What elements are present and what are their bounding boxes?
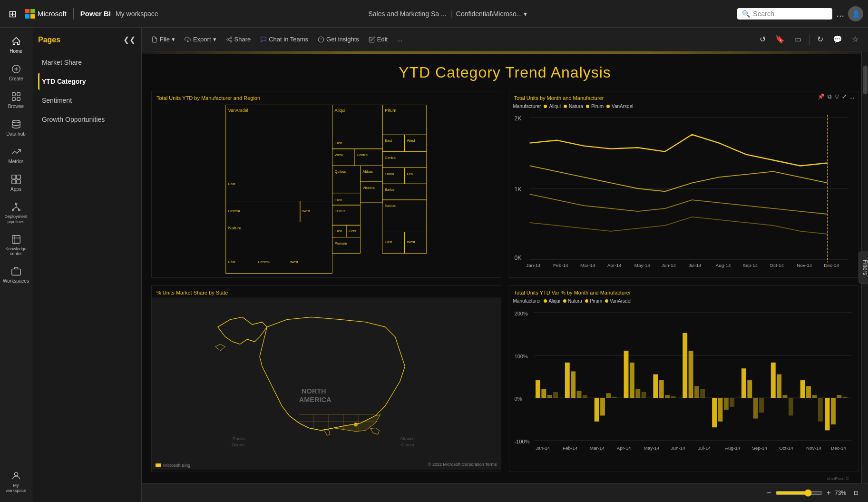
format-button[interactable]: ▭ bbox=[790, 32, 805, 47]
svg-rect-3 bbox=[12, 93, 15, 96]
chart-pin-icon[interactable]: 📌 bbox=[818, 93, 825, 100]
svg-rect-69 bbox=[382, 135, 404, 151]
sidebar-item-workspaces[interactable]: Workspaces bbox=[2, 262, 30, 288]
svg-point-25 bbox=[226, 39, 228, 40]
svg-text:Jun-14: Jun-14 bbox=[671, 445, 685, 451]
svg-rect-9 bbox=[16, 175, 20, 179]
svg-point-13 bbox=[12, 209, 14, 211]
svg-rect-170 bbox=[837, 395, 841, 398]
chart-expand-icon[interactable]: ⤢ bbox=[842, 93, 847, 100]
undo-button[interactable]: ↺ bbox=[756, 32, 770, 47]
sidebar-item-pipelines[interactable]: Deployment pipelines bbox=[2, 198, 30, 228]
scrollbar-thumb[interactable] bbox=[863, 66, 868, 94]
barchart-legend-header: Manufacturer bbox=[513, 298, 541, 304]
svg-rect-57 bbox=[332, 205, 360, 225]
svg-text:Aug-14: Aug-14 bbox=[715, 263, 731, 268]
search-input[interactable] bbox=[753, 10, 824, 18]
svg-text:Aliqui: Aliqui bbox=[334, 108, 345, 113]
linechart-title: Total Units by Month and Manufacturer bbox=[509, 91, 858, 103]
svg-text:Pomum: Pomum bbox=[334, 241, 347, 246]
file-button[interactable]: File ▾ bbox=[147, 33, 179, 46]
comment-button[interactable]: 💬 bbox=[829, 32, 846, 47]
chart-filter-icon[interactable]: ▽ bbox=[835, 93, 839, 100]
sidebar-item-metrics[interactable]: Metrics bbox=[2, 143, 30, 168]
barchart-panel[interactable]: Total Units YTD Var % by Month and Manuf… bbox=[509, 285, 859, 472]
report-area: File ▾ Export ▾ Share Chat in Teams Get … bbox=[142, 28, 868, 502]
waffle-menu-icon[interactable]: ⊞ bbox=[5, 8, 20, 20]
svg-text:Central: Central bbox=[385, 156, 397, 160]
chat-in-teams-button[interactable]: Chat in Teams bbox=[256, 33, 312, 46]
export-button[interactable]: Export ▾ bbox=[181, 33, 220, 46]
zoom-in-button[interactable]: + bbox=[827, 489, 831, 497]
page-item-sentiment[interactable]: Sentiment bbox=[38, 92, 136, 109]
svg-rect-166 bbox=[812, 395, 817, 398]
svg-rect-152 bbox=[712, 398, 717, 427]
filters-tab[interactable]: Filters bbox=[859, 251, 868, 283]
page-item-ytdcategory[interactable]: YTD Category bbox=[38, 73, 136, 90]
svg-text:2K: 2K bbox=[514, 115, 521, 122]
svg-point-24 bbox=[230, 37, 232, 39]
svg-text:Victoria: Victoria bbox=[363, 186, 375, 190]
linechart-svg: 2K 1K 0K bbox=[513, 109, 855, 268]
sidebar-item-datahub[interactable]: Data hub bbox=[2, 115, 30, 141]
page-item-growthopps[interactable]: Growth Opportunities bbox=[38, 111, 136, 128]
zoom-slider[interactable] bbox=[775, 489, 823, 497]
svg-text:0K: 0K bbox=[514, 255, 521, 261]
svg-rect-18 bbox=[12, 235, 20, 243]
svg-text:Oct-14: Oct-14 bbox=[770, 263, 784, 268]
get-insights-button[interactable]: Get insights bbox=[314, 33, 363, 46]
sidebar-item-browse[interactable]: Browse bbox=[2, 88, 30, 113]
fit-to-screen-button[interactable]: ⊡ bbox=[854, 490, 858, 496]
chart-copy-icon[interactable]: ⧉ bbox=[828, 93, 832, 100]
bookmark-button[interactable]: 🔖 bbox=[771, 32, 789, 47]
sidebar-item-create[interactable]: Create bbox=[2, 60, 30, 86]
share-button[interactable]: Share bbox=[222, 33, 255, 46]
treemap-title: Total Units YTD by Manufacturer and Regi… bbox=[152, 91, 501, 103]
svg-text:East: East bbox=[334, 229, 342, 233]
svg-line-27 bbox=[228, 39, 230, 40]
zoom-out-button[interactable]: − bbox=[767, 489, 771, 497]
refresh-button[interactable]: ↻ bbox=[813, 32, 827, 47]
svg-text:East: East bbox=[385, 138, 392, 143]
page-item-marketshare[interactable]: Market Share bbox=[38, 54, 136, 71]
svg-rect-162 bbox=[782, 395, 787, 398]
treemap-panel[interactable]: Total Units YTD by Manufacturer and Regi… bbox=[151, 91, 501, 278]
sensitivity-label[interactable]: Confidential\Microso... ▾ bbox=[456, 10, 527, 18]
svg-text:West: West bbox=[407, 240, 415, 244]
bar-legend-aliqui: Aliqui bbox=[544, 298, 560, 304]
chart-more-icon[interactable]: ... bbox=[849, 93, 854, 100]
svg-text:Oct-14: Oct-14 bbox=[779, 445, 793, 451]
svg-rect-32 bbox=[226, 105, 332, 201]
barchart-title: Total Units YTD Var % by Month and Manuf… bbox=[509, 286, 858, 297]
collapse-pages-button[interactable]: ❮❮ bbox=[123, 35, 136, 44]
map-panel[interactable]: % Units Market Share by State bbox=[151, 285, 501, 472]
sidebar-knowledge-label: Knowledge center bbox=[4, 246, 29, 257]
svg-text:Abbas: Abbas bbox=[363, 169, 373, 174]
ytd-content: YTD Category Trend Analysis Total Units … bbox=[142, 54, 868, 483]
map-attribution: Microsoft Bing bbox=[163, 463, 190, 468]
more-options-button[interactable]: ... bbox=[836, 8, 844, 19]
sidebar-item-knowledge[interactable]: Knowledge center bbox=[2, 230, 30, 261]
linechart-panel[interactable]: Total Units by Month and Manufacturer Ma… bbox=[509, 91, 859, 278]
avatar[interactable]: 👤 bbox=[848, 6, 863, 21]
edit-button[interactable]: Edit bbox=[365, 33, 391, 46]
search-box[interactable]: 🔍 bbox=[737, 8, 832, 20]
svg-text:East: East bbox=[228, 182, 236, 186]
svg-text:Currus: Currus bbox=[334, 209, 345, 213]
legend-aliqui: Aliqui bbox=[544, 104, 560, 109]
charts-grid: Total Units YTD by Manufacturer and Regi… bbox=[151, 91, 858, 472]
sidebar-item-myworkspace[interactable]: My workspace bbox=[2, 467, 30, 497]
sidebar-item-home[interactable]: Home bbox=[2, 32, 30, 58]
linechart-legend-header: Manufacturer bbox=[513, 104, 541, 109]
sidebar-item-apps[interactable]: Apps bbox=[2, 170, 30, 196]
svg-text:May-14: May-14 bbox=[634, 263, 650, 268]
svg-rect-5 bbox=[12, 98, 15, 100]
svg-text:East: East bbox=[334, 198, 342, 202]
favorite-button[interactable]: ☆ bbox=[848, 32, 862, 47]
toolbar-more-button[interactable]: ... bbox=[393, 33, 406, 46]
svg-rect-21 bbox=[11, 269, 20, 276]
svg-text:1K: 1K bbox=[514, 186, 521, 193]
workspace-text[interactable]: My workspace bbox=[116, 10, 158, 18]
sidebar-apps-label: Apps bbox=[10, 187, 21, 192]
svg-rect-10 bbox=[11, 180, 15, 184]
